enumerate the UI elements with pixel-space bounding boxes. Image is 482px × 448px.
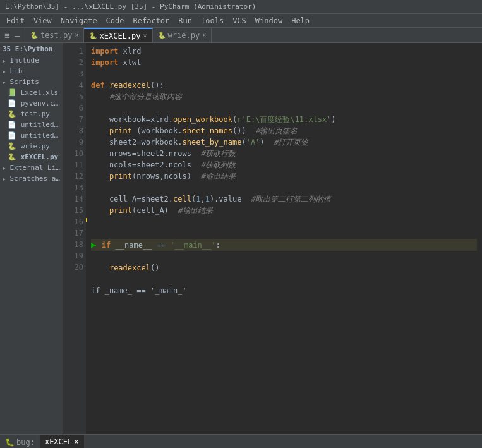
sidebar-project-name: 35 E:\Python <box>3 45 52 53</box>
menu-tools[interactable]: Tools <box>197 15 227 27</box>
sidebar-item-scripts[interactable]: ▶ Scripts <box>0 76 63 87</box>
menu-help[interactable]: Help <box>287 15 313 27</box>
file-pyvenvcfg-icon: 📄 <box>8 99 16 107</box>
file-excelxls-label: Excel.xls <box>21 88 59 97</box>
bottom-tabs: 🐛 bug: xEXCEL × <box>0 435 482 448</box>
tab-xexcel-bottom-label: xEXCEL <box>45 437 72 446</box>
sidebar-item-lib[interactable]: ▶ Lib <box>0 66 63 76</box>
file-untitled2-icon: 📄 <box>8 131 16 140</box>
arrow-scratches: ▶ <box>3 176 6 182</box>
menu-vcs[interactable]: VCS <box>229 15 250 27</box>
menu-navigate[interactable]: Navigate <box>57 15 101 27</box>
sidebar-item-xexcelpy[interactable]: 🐍 xEXCEL.py <box>0 152 63 162</box>
close-bottom-icon[interactable]: × <box>74 437 78 446</box>
menu-edit[interactable]: Edit <box>3 15 28 27</box>
bottom-panel: 🐛 bug: xEXCEL × Debugger Console ≡ ↑ ↓ ↓… <box>0 434 482 448</box>
folder-scripts-label: Scripts <box>9 78 39 86</box>
file-excelxls-icon: 📗 <box>8 88 16 97</box>
sidebar-header: 35 E:\Python <box>0 43 63 55</box>
tab-xexcelpy-label: xEXCEL.py <box>99 32 140 40</box>
title-text: E:\Python\35] - ...\xEXCEL.py [35] - PyC… <box>5 3 256 11</box>
sidebar-item-untitled2[interactable]: 📄 untitled.ui <box>0 130 63 141</box>
sidebar-item-pyvenvcfg[interactable]: 📄 pyvenv.cfg <box>0 98 63 109</box>
folder-extlibs-label: External Libra... <box>9 164 63 172</box>
file-untitled2-label: untitled.ui <box>21 131 63 140</box>
tab-xexcel-bottom[interactable]: xEXCEL × <box>40 435 84 448</box>
close-testpy-icon[interactable]: × <box>75 32 78 39</box>
code-content[interactable]: import xlrd import xlwt def readexcel():… <box>86 43 482 434</box>
menu-view[interactable]: View <box>30 15 56 27</box>
sidebar-item-scratches[interactable]: ▶ Scratches anc... <box>0 173 63 184</box>
menu-window[interactable]: Window <box>251 15 286 27</box>
tab-testpy[interactable]: 🐍 test.py × <box>25 28 85 42</box>
file-xexcelpy-icon: 🐍 <box>8 153 16 161</box>
menu-icon[interactable]: ≡ <box>3 29 11 42</box>
menu-refactor[interactable]: Refactor <box>130 15 174 27</box>
py-icon-xexcel: 🐍 <box>89 32 97 39</box>
file-xexcelpy-label: xEXCEL.py <box>21 153 59 161</box>
toolbar-icons: ≡ — <box>0 28 25 42</box>
code-editor: 1 2 3 4 5 6 7 8 9 10 11 12 13 14 15 16 1… <box>63 43 482 434</box>
tab-wriepy[interactable]: 🐍 wrie.py × <box>153 28 212 42</box>
sidebar-item-untitled1[interactable]: 📄 untitled.ui <box>0 119 63 130</box>
file-testpy-icon: 🐍 <box>8 110 16 118</box>
tab-wriepy-label: wrie.py <box>168 31 200 40</box>
arrow-include: ▶ <box>3 58 6 64</box>
tab-xexcelpy[interactable]: 🐍 xEXCEL.py × <box>84 28 152 42</box>
py-icon-test: 🐍 <box>30 32 38 39</box>
sidebar-item-wriepy[interactable]: 🐍 wrie.py <box>0 141 63 152</box>
folder-scratches-label: Scratches anc... <box>9 174 63 183</box>
sidebar: 35 E:\Python ▶ Include ▶ Lib ▶ Scripts 📗… <box>0 43 63 434</box>
minus-icon[interactable]: — <box>13 29 21 42</box>
bug-icon: 🐛 <box>5 438 15 447</box>
sidebar-item-extlibs[interactable]: ▶ External Libra... <box>0 162 63 173</box>
close-xexcelpy-icon[interactable]: × <box>143 32 147 39</box>
line-numbers: 1 2 3 4 5 6 7 8 9 10 11 12 13 14 15 16 1… <box>63 43 86 434</box>
code-area[interactable]: 1 2 3 4 5 6 7 8 9 10 11 12 13 14 15 16 1… <box>63 43 482 434</box>
file-untitled1-icon: 📄 <box>8 121 16 129</box>
sidebar-item-include[interactable]: ▶ Include <box>0 55 63 66</box>
tab-bug-label: bug: <box>16 438 35 447</box>
sidebar-item-testpy[interactable]: 🐍 test.py <box>0 109 63 119</box>
menu-bar: Edit View Navigate Code Refactor Run Too… <box>0 14 482 28</box>
file-wriepy-icon: 🐍 <box>8 142 16 150</box>
menu-run[interactable]: Run <box>174 15 196 27</box>
tab-bug[interactable]: 🐛 bug: <box>0 435 40 448</box>
file-pyvenvcfg-label: pyvenv.cfg <box>21 99 63 107</box>
folder-include-label: Include <box>9 56 39 64</box>
py-icon-wrie: 🐍 <box>158 32 166 39</box>
file-tabs: 🐍 test.py × 🐍 xEXCEL.py × 🐍 wrie.py × <box>25 28 212 42</box>
folder-lib-label: Lib <box>9 67 22 75</box>
file-untitled1-label: untitled.ui <box>21 121 63 129</box>
file-wriepy-label: wrie.py <box>21 142 50 150</box>
arrow-scripts: ▶ <box>3 80 6 85</box>
tab-testpy-label: test.py <box>40 31 73 40</box>
file-tabs-area: ≡ — 🐍 test.py × 🐍 xEXCEL.py × 🐍 wrie.py … <box>0 28 482 43</box>
sidebar-item-excelxls[interactable]: 📗 Excel.xls <box>0 87 63 98</box>
file-testpy-label: test.py <box>21 110 50 118</box>
menu-code[interactable]: Code <box>102 15 128 27</box>
close-wriepy-icon[interactable]: × <box>202 32 206 39</box>
main-content: 35 E:\Python ▶ Include ▶ Lib ▶ Scripts 📗… <box>0 43 482 434</box>
title-bar: E:\Python\35] - ...\xEXCEL.py [35] - PyC… <box>0 0 482 14</box>
arrow-lib: ▶ <box>3 69 6 75</box>
arrow-extlibs: ▶ <box>3 166 6 171</box>
